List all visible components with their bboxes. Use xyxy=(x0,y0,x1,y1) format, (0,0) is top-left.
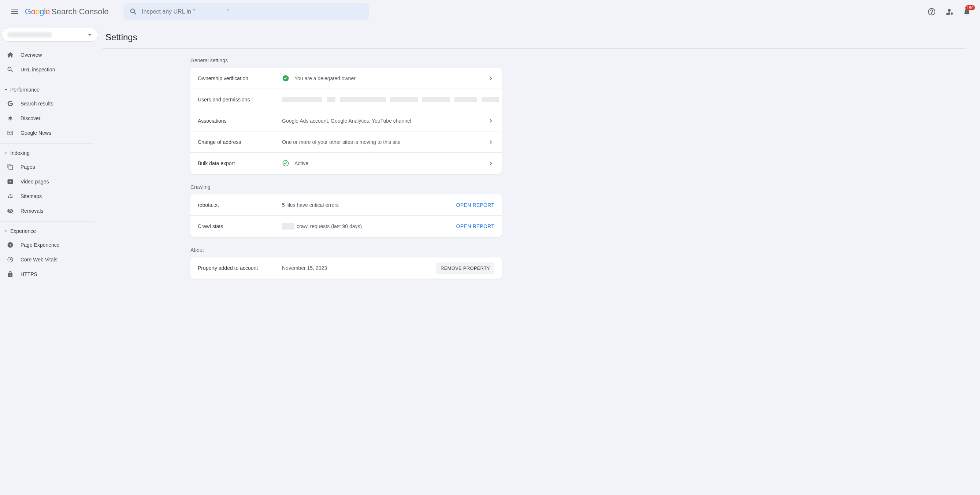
google-g-icon xyxy=(7,100,14,107)
search-icon xyxy=(129,7,138,16)
section-label-general: General settings xyxy=(191,57,502,63)
nav-label: Search results xyxy=(21,101,53,107)
chevron-right-icon xyxy=(487,160,495,167)
row-desc-text: One or more of your other sites is movin… xyxy=(282,139,401,145)
video-icon xyxy=(7,178,14,185)
nav-label: Sitemaps xyxy=(21,193,42,199)
url-inspect-bar[interactable] xyxy=(123,3,369,20)
pages-icon xyxy=(7,164,14,170)
section-indexing[interactable]: Indexing xyxy=(0,146,103,160)
row-desc-text: Google Ads account, Google Analytics, Yo… xyxy=(282,118,411,124)
nav-label: HTTPS xyxy=(21,271,37,277)
row-users-permissions[interactable]: Users and permissions xyxy=(191,89,502,110)
product-name: Search Console xyxy=(51,7,109,16)
people-button[interactable] xyxy=(942,5,956,19)
open-report-link[interactable]: OPEN REPORT xyxy=(456,223,495,229)
nav-label: Google News xyxy=(21,130,51,136)
nav-discover[interactable]: Discover xyxy=(0,111,103,126)
row-crawl-stats[interactable]: Crawl stats crawl requests (last 90 days… xyxy=(191,216,502,237)
logo[interactable]: Google Search Console xyxy=(25,7,109,16)
url-inspect-input[interactable] xyxy=(142,8,363,15)
chevron-right-icon xyxy=(487,75,495,82)
nav-https[interactable]: HTTPS xyxy=(0,267,103,282)
menu-button[interactable] xyxy=(6,3,24,21)
chevron-right-icon xyxy=(487,138,495,146)
notifications-button[interactable]: 159 xyxy=(959,5,974,19)
row-associations[interactable]: Associations Google Ads account, Google … xyxy=(191,110,502,131)
news-icon xyxy=(7,130,14,136)
nav-video-pages[interactable]: Video pages xyxy=(0,174,103,189)
nav-label: Page Experience xyxy=(21,242,60,248)
property-selector[interactable] xyxy=(2,28,98,42)
nav-pages[interactable]: Pages xyxy=(0,160,103,174)
section-experience[interactable]: Experience xyxy=(0,224,103,238)
help-icon xyxy=(927,7,936,16)
google-logo: Google xyxy=(25,7,50,16)
page-title: Settings xyxy=(103,24,965,49)
row-ownership-verification[interactable]: Ownership verification You are a delegat… xyxy=(191,68,502,89)
remove-property-button[interactable]: REMOVE PROPERTY xyxy=(436,263,495,274)
redacted-count xyxy=(282,223,294,229)
row-label: Ownership verification xyxy=(198,75,282,81)
general-settings-card: Ownership verification You are a delegat… xyxy=(191,68,502,174)
speedometer-icon xyxy=(7,256,14,263)
row-label: Property added to account xyxy=(198,265,282,271)
section-label-about: About xyxy=(191,247,502,253)
nav-label: Overview xyxy=(21,52,42,58)
row-desc-text: You are a delegated owner xyxy=(294,75,356,81)
home-icon xyxy=(6,51,14,59)
open-report-link[interactable]: OPEN REPORT xyxy=(456,202,495,208)
check-circle-outline-icon xyxy=(282,160,289,167)
row-change-address[interactable]: Change of address One or more of your ot… xyxy=(191,131,502,153)
nav-search-results[interactable]: Search results xyxy=(0,96,103,111)
header-actions: 159 xyxy=(924,5,974,19)
row-label: Change of address xyxy=(198,139,282,145)
nav-label: URL inspection xyxy=(21,67,55,73)
divider xyxy=(0,221,94,221)
nav-label: Core Web Vitals xyxy=(21,257,57,263)
nav-removals[interactable]: Removals xyxy=(0,204,103,218)
search-icon xyxy=(6,66,14,73)
hamburger-icon xyxy=(10,7,19,16)
row-label: Associations xyxy=(198,118,282,124)
row-property-added: Property added to account November 15, 2… xyxy=(191,257,502,279)
help-button[interactable] xyxy=(924,5,939,19)
row-label: robots.txt xyxy=(198,202,282,208)
asterisk-icon xyxy=(7,115,14,121)
row-bulk-data-export[interactable]: Bulk data export Active xyxy=(191,153,502,174)
nav-sitemaps[interactable]: Sitemaps xyxy=(0,189,103,204)
property-name-redacted xyxy=(8,32,52,37)
nav-overview[interactable]: Overview xyxy=(0,48,103,62)
notification-badge: 159 xyxy=(965,5,975,10)
nav-google-news[interactable]: Google News xyxy=(0,126,103,140)
row-robots-txt[interactable]: robots.txt 5 files have critical errors … xyxy=(191,194,502,216)
chevron-down-icon xyxy=(3,228,9,234)
crawling-card: robots.txt 5 files have critical errors … xyxy=(191,194,502,237)
section-label: Performance xyxy=(10,87,40,92)
chevron-right-icon xyxy=(487,117,495,124)
section-label: Experience xyxy=(10,228,36,234)
people-settings-icon xyxy=(945,7,954,16)
row-label: Users and permissions xyxy=(198,97,282,102)
row-label: Crawl stats xyxy=(198,223,282,229)
sidebar: Overview URL inspection Performance Sear… xyxy=(0,24,103,304)
nav-url-inspection[interactable]: URL inspection xyxy=(0,62,103,77)
main-content: Settings General settings Ownership veri… xyxy=(103,24,980,304)
lock-icon xyxy=(7,271,14,277)
row-desc-text: Active xyxy=(294,160,309,166)
chevron-down-icon xyxy=(3,150,9,156)
app-header: Google Search Console 159 xyxy=(0,0,980,24)
nav-core-web-vitals[interactable]: Core Web Vitals xyxy=(0,252,103,267)
redacted-users xyxy=(282,97,499,102)
row-desc-text: crawl requests (last 90 days) xyxy=(297,223,362,229)
row-desc-text: November 15, 2023 xyxy=(282,265,327,271)
nav-label: Removals xyxy=(21,208,43,214)
section-label-crawling: Crawling xyxy=(191,184,502,190)
section-label: Indexing xyxy=(10,150,30,156)
section-performance[interactable]: Performance xyxy=(0,83,103,96)
dropdown-icon xyxy=(86,31,93,38)
visibility-off-icon xyxy=(7,208,14,214)
sitemap-icon xyxy=(7,193,14,199)
nav-page-experience[interactable]: Page Experience xyxy=(0,238,103,252)
row-desc-text: 5 files have critical errors xyxy=(282,202,339,208)
